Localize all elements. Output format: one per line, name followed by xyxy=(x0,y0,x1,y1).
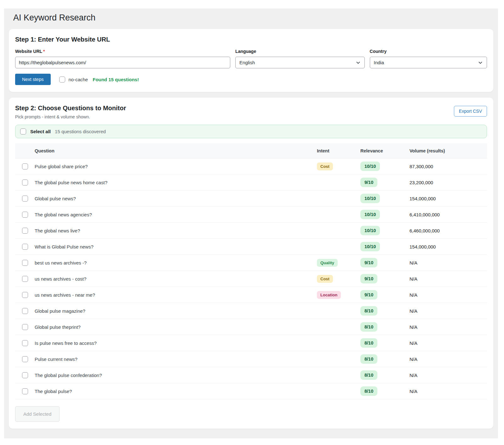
volume-value: N/A xyxy=(410,276,487,282)
country-label: Country xyxy=(370,49,487,54)
row-checkbox[interactable] xyxy=(22,212,28,218)
row-checkbox[interactable] xyxy=(22,196,28,202)
question-text: Is pulse news free to access? xyxy=(35,340,317,346)
row-checkbox[interactable] xyxy=(22,388,28,394)
language-select[interactable]: English xyxy=(235,57,364,68)
step2-subtitle: Pick prompts - intent & volume shown. xyxy=(15,114,126,119)
step2-heading: Step 2: Choose Questions to Monitor xyxy=(15,105,126,112)
language-field-group: Language English xyxy=(235,49,364,68)
table-row: Global pulse magazine? 8/10 N/A xyxy=(15,303,487,319)
select-all-label: Select all xyxy=(30,129,51,134)
row-checkbox[interactable] xyxy=(22,180,28,185)
website-url-field-group: Website URL* xyxy=(15,49,230,68)
page-title: AI Keyword Research xyxy=(9,11,493,29)
table-row: Is pulse news free to access? 8/10 N/A xyxy=(15,335,487,351)
volume-value: N/A xyxy=(410,260,487,265)
row-checkbox[interactable] xyxy=(22,292,28,298)
volume-value: N/A xyxy=(410,389,487,394)
chevron-down-icon xyxy=(478,60,483,65)
relevance-badge: 9/10 xyxy=(360,290,377,300)
row-checkbox[interactable] xyxy=(22,308,28,314)
question-text: What is Global Pulse news? xyxy=(35,244,317,249)
language-label: Language xyxy=(235,49,364,54)
intent-badge: Quality xyxy=(317,259,338,267)
relevance-badge: 8/10 xyxy=(360,306,377,316)
export-csv-button[interactable]: Export CSV xyxy=(454,106,487,117)
volume-value: N/A xyxy=(410,357,487,362)
no-cache-checkbox[interactable] xyxy=(59,77,65,83)
relevance-badge: 8/10 xyxy=(360,354,377,364)
question-text: The global pulse confederation? xyxy=(35,373,317,378)
table-row: What is Global Pulse news? 10/10 154,000… xyxy=(15,239,487,255)
table-row: Global pulse theprint? 8/10 N/A xyxy=(15,319,487,335)
question-text: Pulse global share price? xyxy=(35,164,317,169)
website-url-input[interactable] xyxy=(15,57,230,68)
relevance-badge: 10/10 xyxy=(360,210,380,219)
question-text: The global pulse? xyxy=(35,389,317,394)
step1-form-row: Website URL* Language English Country In… xyxy=(15,49,487,68)
admin-content-area: AI Keyword Research Step 1: Enter Your W… xyxy=(4,9,498,438)
question-text: Global pulse news? xyxy=(35,196,317,201)
table-row: The global pulse confederation? 8/10 N/A xyxy=(15,367,487,383)
table-row: us news archives - cost? Cost 9/10 N/A xyxy=(15,271,487,287)
volume-value: N/A xyxy=(410,292,487,298)
country-field-group: Country India xyxy=(370,49,487,68)
volume-value: 23,200,000 xyxy=(410,180,487,185)
relevance-badge: 9/10 xyxy=(360,258,377,267)
row-checkbox[interactable] xyxy=(22,276,28,282)
table-row: Pulse global share price? Cost 10/10 87,… xyxy=(15,158,487,174)
row-checkbox[interactable] xyxy=(22,372,28,378)
table-body: Pulse global share price? Cost 10/10 87,… xyxy=(15,158,487,399)
volume-value: N/A xyxy=(410,340,487,346)
row-checkbox[interactable] xyxy=(22,163,28,169)
website-url-label-text: Website URL xyxy=(15,49,42,54)
column-header-intent: Intent xyxy=(317,148,360,153)
select-all-checkbox[interactable] xyxy=(20,128,26,134)
relevance-badge: 8/10 xyxy=(360,370,377,380)
select-all-banner: Select all 15 questions discovered xyxy=(15,125,487,138)
question-text: us news archives - cost? xyxy=(35,276,317,282)
row-checkbox[interactable] xyxy=(22,260,28,266)
table-row: Pulse current news? 8/10 N/A xyxy=(15,351,487,367)
table-row: best us news archives -? Quality 9/10 N/… xyxy=(15,255,487,271)
relevance-badge: 9/10 xyxy=(360,274,377,283)
row-checkbox[interactable] xyxy=(22,356,28,362)
next-steps-button[interactable]: Next steps xyxy=(15,74,51,85)
relevance-badge: 8/10 xyxy=(360,386,377,396)
volume-value: N/A xyxy=(410,373,487,378)
question-text: The global pulse news home cast? xyxy=(35,180,317,185)
table-row: The global news agencies? 10/10 6,410,00… xyxy=(15,207,487,223)
row-checkbox[interactable] xyxy=(22,340,28,346)
required-asterisk: * xyxy=(43,49,45,54)
volume-value: 6,410,000,000 xyxy=(410,212,487,217)
column-header-relevance: Relevance xyxy=(360,148,410,153)
country-select[interactable]: India xyxy=(370,57,487,68)
column-header-volume: Volume (results) xyxy=(410,148,487,153)
questions-table: Question Intent Relevance Volume (result… xyxy=(15,143,487,399)
chevron-down-icon xyxy=(356,60,361,65)
relevance-badge: 8/10 xyxy=(360,322,377,332)
volume-value: N/A xyxy=(410,308,487,314)
row-checkbox[interactable] xyxy=(22,228,28,234)
relevance-badge: 10/10 xyxy=(360,226,380,235)
step1-actions-row: Next steps no-cache Found 15 questions! xyxy=(15,74,487,85)
website-url-label: Website URL* xyxy=(15,49,230,54)
row-checkbox[interactable] xyxy=(22,324,28,330)
no-cache-label: no-cache xyxy=(69,77,88,82)
country-selected-value: India xyxy=(374,60,384,65)
add-selected-button[interactable]: Add Selected xyxy=(15,406,60,422)
volume-value: 154,000,000 xyxy=(410,244,487,249)
row-checkbox[interactable] xyxy=(22,244,28,250)
column-header-question: Question xyxy=(35,148,317,153)
table-header-row: Question Intent Relevance Volume (result… xyxy=(15,143,487,158)
step1-card: Step 1: Enter Your Website URL Website U… xyxy=(9,29,493,92)
question-text: The global news live? xyxy=(35,228,317,233)
relevance-badge: 10/10 xyxy=(360,242,380,251)
step2-card: Step 2: Choose Questions to Monitor Pick… xyxy=(9,98,493,429)
relevance-badge: 10/10 xyxy=(360,194,380,203)
question-text: Global pulse theprint? xyxy=(35,324,317,330)
question-text: Global pulse magazine? xyxy=(35,308,317,314)
language-selected-value: English xyxy=(239,60,255,65)
volume-value: 154,000,000 xyxy=(410,196,487,201)
questions-discovered-count: 15 questions discovered xyxy=(55,129,106,134)
